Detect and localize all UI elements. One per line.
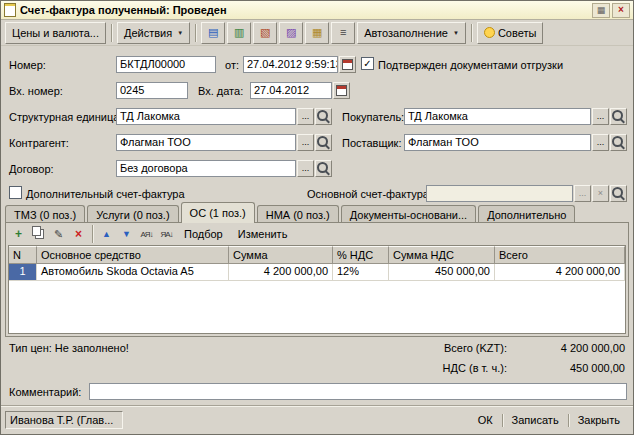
assets-table: N Основное средство Сумма % НДС Сумма НД…	[8, 245, 626, 334]
responsible-field[interactable]: Иванова Т.Р. (Глав...	[5, 411, 123, 429]
comment-field[interactable]	[89, 383, 627, 400]
main-invoice-fieldrow: ... ×	[426, 185, 627, 202]
vat-total-value: 450 000,00	[515, 362, 625, 374]
header-vat-rate[interactable]: % НДС	[333, 246, 389, 264]
pencil-icon: ✎	[54, 228, 63, 241]
main-invoice-clear-button[interactable]: ×	[592, 185, 609, 202]
tab-fixed-assets[interactable]: ОС (1 поз.)	[181, 202, 255, 223]
header-amount[interactable]: Сумма	[229, 246, 333, 264]
tab-label: Услуги (0 поз.)	[96, 209, 169, 221]
window-menu-button[interactable]: ▦	[592, 3, 610, 18]
tab-services[interactable]: Услуги (0 поз.)	[87, 205, 178, 223]
document-lines-icon: ▤	[208, 27, 218, 38]
tab-intangible-assets[interactable]: НМА (0 поз.)	[257, 205, 339, 223]
incoming-number-fieldrow: 0245	[116, 82, 188, 99]
supplier-open-button[interactable]	[610, 134, 627, 151]
tab-additional[interactable]: Дополнительно	[478, 205, 575, 223]
cell-total[interactable]: 4 200 000,00	[495, 264, 625, 281]
table-header-row: N Основное средство Сумма % НДС Сумма НД…	[9, 246, 625, 264]
tab-base-documents[interactable]: Документы-основани...	[341, 205, 476, 223]
buyer-open-button[interactable]	[610, 108, 627, 125]
actions-button[interactable]: Действия▼	[117, 22, 190, 44]
structure-button[interactable]: ≡	[331, 22, 355, 44]
cell-amount[interactable]: 4 200 000,00	[229, 264, 333, 281]
header-n[interactable]: N	[9, 246, 37, 264]
document-columns-icon: ▥	[234, 27, 244, 38]
structural-unit-field[interactable]: ТД Лакомка	[116, 108, 296, 125]
close-window-button[interactable]: Закрыть	[571, 412, 627, 428]
confirmed-checkbox[interactable]: ✓	[361, 57, 374, 70]
window-controls: ▦ ×	[592, 3, 630, 18]
document-movements-button[interactable]: ▥	[227, 22, 251, 44]
edit-row-button[interactable]: ✎	[49, 225, 68, 243]
sort-ascending-button[interactable]: АЯ↓	[137, 225, 156, 243]
header-total[interactable]: Всего	[495, 246, 625, 264]
contractor-open-button[interactable]	[315, 134, 332, 151]
table-row[interactable]: 1 Автомобиль Skoda Octavia A5 4 200 000,…	[9, 264, 625, 281]
contract-label: Договор:	[9, 163, 54, 175]
contract-open-button[interactable]	[315, 160, 332, 177]
close-icon: ×	[618, 5, 624, 15]
incoming-date-calendar-button[interactable]	[333, 82, 350, 99]
incoming-date-field[interactable]: 27.04.2012	[250, 82, 332, 99]
cell-asset[interactable]: Автомобиль Skoda Octavia A5	[37, 264, 229, 281]
supplier-field[interactable]: Флагман ТОО	[404, 134, 591, 151]
cell-vat-rate[interactable]: 12%	[333, 264, 389, 281]
move-row-up-button[interactable]: ▲	[97, 225, 116, 243]
incoming-number-label: Вх. номер:	[9, 85, 63, 97]
post-document-button[interactable]: ▤	[201, 22, 225, 44]
structural-unit-select-button[interactable]: ...	[297, 108, 314, 125]
close-button[interactable]: ×	[612, 3, 630, 18]
contractor-select-button[interactable]: ...	[297, 134, 314, 151]
cell-row-number[interactable]: 1	[9, 264, 37, 281]
header-vat-amount[interactable]: Сумма НДС	[389, 246, 495, 264]
copy-document-button[interactable]: ▨	[279, 22, 303, 44]
copy-row-button[interactable]	[29, 225, 48, 243]
add-row-button[interactable]: +	[9, 225, 28, 243]
change-button[interactable]: Изменить	[231, 228, 295, 240]
contract-select-button[interactable]: ...	[297, 160, 314, 177]
cell-vat-amount[interactable]: 450 000,00	[389, 264, 495, 281]
date-field[interactable]: 27.04.2012 9:59:13	[243, 56, 338, 73]
additional-invoice-checkbox[interactable]	[9, 186, 22, 199]
main-invoice-label: Основной счет-фактура:	[307, 188, 432, 200]
structural-unit-open-button[interactable]	[315, 108, 332, 125]
date-fieldrow: 27.04.2012 9:59:13	[243, 56, 356, 73]
prices-currency-button[interactable]: Цены и валюта...	[5, 22, 106, 44]
save-button[interactable]: Записать	[505, 412, 566, 428]
buyer-field[interactable]: ТД Лакомка	[404, 108, 591, 125]
main-invoice-open-button[interactable]	[610, 185, 627, 202]
move-row-down-button[interactable]: ▼	[117, 225, 136, 243]
contract-fieldrow: Без договора ...	[116, 160, 332, 177]
buyer-label: Покупатель:	[342, 111, 404, 123]
number-fieldrow: БКТДЛ00000	[116, 56, 216, 73]
tab-tmz[interactable]: ТМЗ (0 поз.)	[5, 205, 85, 223]
supplier-select-button[interactable]: ...	[592, 134, 609, 151]
contractor-field[interactable]: Флагман ТОО	[116, 134, 296, 151]
pick-button[interactable]: Подбор	[177, 228, 230, 240]
tips-button[interactable]: Советы	[477, 22, 543, 44]
tab-label: НМА (0 поз.)	[266, 209, 330, 221]
sort-descending-button[interactable]: ЯА↓	[157, 225, 176, 243]
number-field[interactable]: БКТДЛ00000	[116, 56, 216, 73]
prices-currency-label: Цены и валюта...	[12, 27, 99, 39]
command-separator	[568, 414, 569, 427]
autofill-button[interactable]: Автозаполнение▼	[357, 22, 466, 44]
main-invoice-field[interactable]	[426, 185, 573, 202]
related-documents-button[interactable]: ▦	[305, 22, 329, 44]
document-diagonal-icon: ▧	[260, 27, 270, 38]
contract-field[interactable]: Без договора	[116, 160, 296, 177]
magnifier-icon	[317, 110, 328, 121]
buyer-select-button[interactable]: ...	[592, 108, 609, 125]
ok-button[interactable]: ОК	[471, 412, 500, 428]
print-button[interactable]: ▧	[253, 22, 277, 44]
plus-icon: +	[15, 227, 22, 241]
toolbar-separator	[471, 24, 472, 42]
main-invoice-select-button[interactable]: ...	[574, 185, 591, 202]
title-bar: Счет-фактура полученный: Проведен ▦ ×	[1, 1, 633, 20]
incoming-number-field[interactable]: 0245	[116, 82, 188, 99]
delete-row-button[interactable]: ×	[69, 225, 88, 243]
grid-toolbar-separator	[92, 225, 93, 243]
header-asset[interactable]: Основное средство	[37, 246, 229, 264]
date-calendar-button[interactable]	[339, 56, 356, 73]
